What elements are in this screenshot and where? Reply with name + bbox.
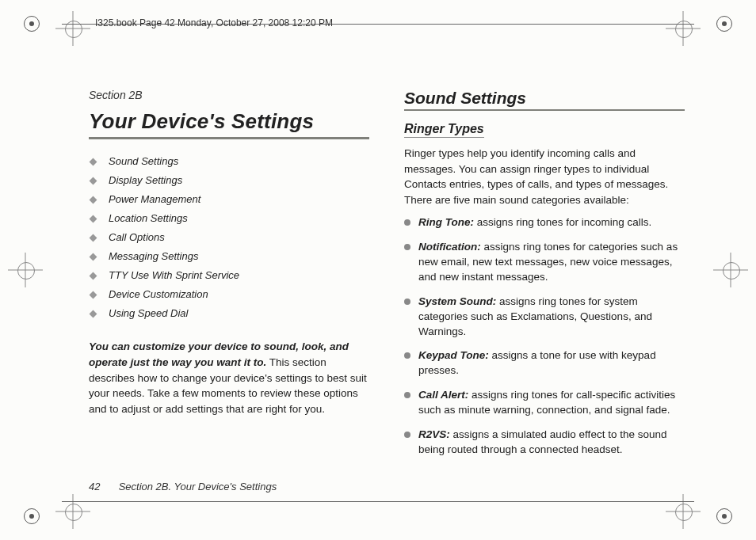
registration-mark-icon <box>24 508 40 524</box>
section-heading: Sound Settings <box>404 89 685 108</box>
crop-mark-icon <box>672 17 694 40</box>
item-term: Ring Tone: <box>418 216 474 228</box>
subsection-heading: Ringer Types <box>404 122 484 138</box>
bullet-icon <box>404 432 410 438</box>
toc-label: Call Options <box>109 228 165 247</box>
bullet-icon <box>404 392 410 398</box>
toc-item: Device Customization <box>89 285 369 304</box>
item-term: Call Alert: <box>418 389 468 401</box>
intro-paragraph: You can customize your device to sound, … <box>89 339 369 416</box>
bullet-icon <box>404 299 410 305</box>
toc-label: Power Management <box>109 190 200 209</box>
crop-rule-bottom <box>62 501 694 502</box>
bullet-icon <box>404 244 410 250</box>
diamond-icon <box>90 272 97 280</box>
list-item: System Sound: assigns ring tones for sys… <box>404 295 685 340</box>
toc-label: Device Customization <box>109 285 208 304</box>
item-term: Notification: <box>418 241 481 253</box>
manual-page: I325.book Page 42 Monday, October 27, 20… <box>0 0 756 540</box>
content-columns: Section 2B Your Device's Settings Sound … <box>89 89 685 472</box>
diamond-icon <box>90 291 97 299</box>
toc-item: Location Settings <box>89 209 369 228</box>
toc-list: Sound Settings Display Settings Power Ma… <box>89 152 369 323</box>
toc-label: Using Speed Dial <box>109 304 188 323</box>
bullet-icon <box>404 219 410 226</box>
crop-mark-icon <box>720 259 742 281</box>
registration-mark-icon <box>716 16 732 32</box>
toc-item: Sound Settings <box>89 152 369 171</box>
diamond-icon <box>90 234 97 242</box>
crop-mark-icon <box>62 17 84 40</box>
toc-label: Location Settings <box>109 209 188 228</box>
crop-mark-icon <box>62 500 84 523</box>
list-item: R2VS: assigns a simulated audio effect t… <box>404 428 685 458</box>
item-desc: assigns a simulated audio effect to the … <box>418 428 666 455</box>
diamond-icon <box>90 158 97 166</box>
diamond-icon <box>90 253 97 261</box>
source-file-label: I325.book Page 42 Monday, October 27, 20… <box>95 17 333 29</box>
toc-item: Using Speed Dial <box>89 304 369 323</box>
diamond-icon <box>90 215 97 223</box>
toc-item: Power Management <box>89 190 369 209</box>
ringer-types-list: Ring Tone: assigns ring tones for incomi… <box>404 215 685 458</box>
list-item: Keypad Tone: assigns a tone for use with… <box>404 348 685 378</box>
list-item: Notification: assigns ring tones for cat… <box>404 240 685 285</box>
running-footer: 42 Section 2B. Your Device's Settings <box>89 481 277 492</box>
toc-label: Display Settings <box>109 171 182 190</box>
toc-label: Messaging Settings <box>109 247 198 266</box>
toc-label: TTY Use With Sprint Service <box>109 266 239 285</box>
registration-mark-icon <box>24 16 40 32</box>
item-term: System Sound: <box>418 295 496 307</box>
registration-mark-icon <box>716 508 732 524</box>
diamond-icon <box>90 196 97 204</box>
crop-mark-icon <box>672 500 694 523</box>
page-title: Your Device's Settings <box>89 109 369 134</box>
section-rule <box>404 109 685 111</box>
ringer-intro: Ringer types help you identify incoming … <box>404 146 685 207</box>
toc-item: Display Settings <box>89 171 369 190</box>
toc-item: TTY Use With Sprint Service <box>89 266 369 285</box>
page-number: 42 <box>89 481 116 492</box>
list-item: Ring Tone: assigns ring tones for incomi… <box>404 215 685 230</box>
section-label: Section 2B <box>89 89 369 101</box>
bullet-icon <box>404 352 410 359</box>
crop-mark-icon <box>14 259 36 281</box>
title-rule <box>89 137 369 139</box>
subsection-heading-wrap: Ringer Types <box>404 122 685 146</box>
list-item: Call Alert: assigns ring tones for call-… <box>404 388 685 418</box>
right-column: Sound Settings Ringer Types Ringer types… <box>404 89 685 472</box>
toc-label: Sound Settings <box>109 152 178 171</box>
diamond-icon <box>90 310 97 318</box>
toc-item: Call Options <box>89 228 369 247</box>
item-term: Keypad Tone: <box>418 349 489 361</box>
diamond-icon <box>90 177 97 185</box>
left-column: Section 2B Your Device's Settings Sound … <box>89 89 369 472</box>
item-desc: assigns ring tones for incoming calls. <box>474 216 651 228</box>
item-term: R2VS: <box>418 428 450 440</box>
toc-item: Messaging Settings <box>89 247 369 266</box>
running-title: Section 2B. Your Device's Settings <box>119 481 277 492</box>
